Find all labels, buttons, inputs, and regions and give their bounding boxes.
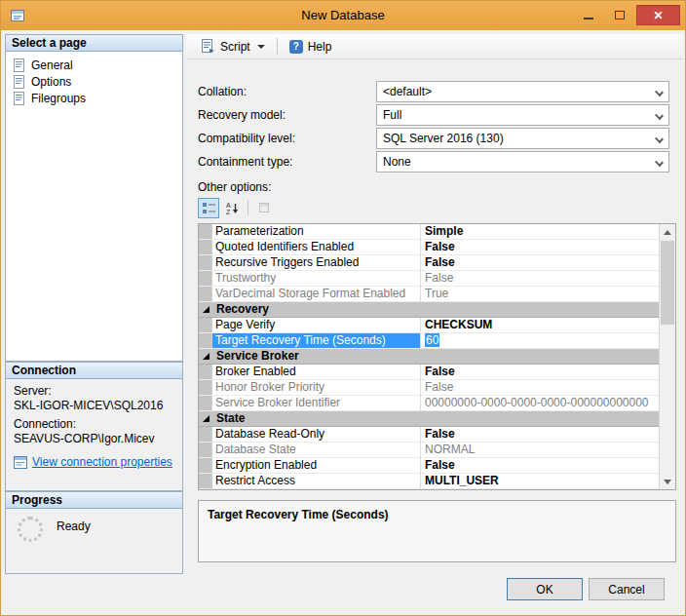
minimize-button[interactable] [574, 5, 602, 25]
property-name[interactable]: Database State [212, 443, 421, 457]
progress-panel: Progress Ready [5, 491, 183, 574]
category-margin [199, 411, 212, 426]
property-name[interactable]: Trustworthy [212, 271, 421, 286]
close-button[interactable]: ✕ [636, 5, 680, 25]
grid-category-service-broker[interactable]: Service Broker [199, 349, 660, 365]
alphabetical-sort-icon: AZ [226, 202, 239, 214]
progress-spinner-icon [18, 517, 43, 542]
property-name[interactable]: VarDecimal Storage Format Enabled [212, 287, 421, 301]
compatibility-level-dropdown[interactable]: SQL Server 2016 (130) [376, 128, 669, 149]
property-name[interactable]: Target Recovery Time (Seconds) [212, 333, 421, 348]
ok-button[interactable]: OK [507, 578, 583, 600]
vertical-scrollbar[interactable] [659, 224, 675, 489]
property-name[interactable]: Quoted Identifiers Enabled [212, 240, 421, 254]
property-name[interactable]: Broker Enabled [212, 365, 421, 379]
grid-row-parameterization[interactable]: ParameterizationSimple [199, 224, 660, 240]
property-value[interactable]: 00000000-0000-0000-0000-000000000000 [421, 396, 660, 410]
close-icon: ✕ [653, 9, 663, 22]
grid-row-target-recovery-time-seconds[interactable]: Target Recovery Time (Seconds)60 [199, 333, 660, 349]
property-value[interactable]: False [421, 255, 660, 270]
property-value[interactable]: True [421, 287, 660, 301]
property-value[interactable]: Simple [421, 224, 660, 239]
property-name[interactable]: Parameterization [212, 224, 421, 239]
collation-dropdown[interactable]: <default> [376, 81, 669, 102]
svg-text:A: A [226, 202, 231, 209]
view-connection-properties-link[interactable]: View connection properties [32, 455, 172, 469]
property-value[interactable]: CHECKSUM [421, 318, 660, 332]
select-page-panel: Select a page General Options Filegroups [5, 34, 183, 362]
alphabetical-sort-button[interactable]: AZ [221, 198, 243, 218]
property-value[interactable]: False [421, 427, 660, 442]
main-toolbar: Script ? Help [186, 34, 683, 59]
property-value[interactable]: False [421, 271, 660, 286]
grid-row-service-broker-identifier[interactable]: Service Broker Identifier00000000-0000-0… [199, 396, 660, 411]
property-value[interactable]: False [421, 240, 660, 254]
page-icon [14, 92, 26, 105]
property-name[interactable]: Encryption Enabled [212, 458, 421, 473]
row-margin [199, 318, 212, 332]
collation-label: Collation: [198, 85, 247, 98]
cancel-button[interactable]: Cancel [589, 578, 665, 600]
row-margin [199, 240, 212, 254]
property-name[interactable]: Honor Broker Priority [212, 380, 421, 395]
grid-row-page-verify[interactable]: Page VerifyCHECKSUM [199, 318, 660, 333]
categorized-button[interactable] [198, 198, 219, 218]
categorized-icon [203, 202, 215, 214]
grid-category-recovery[interactable]: Recovery [199, 302, 660, 318]
help-button[interactable]: ? Help [283, 37, 339, 57]
grid-row-encryption-enabled[interactable]: Encryption EnabledFalse [199, 458, 660, 474]
sidebar-item-options[interactable]: Options [6, 73, 182, 90]
property-value[interactable]: 60 [421, 333, 660, 348]
page-icon [14, 58, 26, 72]
property-pages-button[interactable] [253, 198, 275, 218]
maximize-button[interactable] [605, 5, 633, 25]
sidebar-item-filegroups[interactable]: Filegroups [6, 90, 182, 106]
property-name[interactable]: Restrict Access [212, 474, 421, 488]
category-expanded-icon[interactable] [203, 353, 210, 360]
other-options-label: Other options: [198, 180, 271, 194]
category-expanded-icon[interactable] [203, 306, 210, 313]
server-value: SKL-IGOR-MICEV\SQL2016 [14, 399, 182, 412]
maximize-icon [615, 11, 625, 19]
grid-row-trustworthy[interactable]: TrustworthyFalse [199, 271, 660, 287]
connection-label: Connection: [14, 417, 182, 431]
grid-row-database-read-only[interactable]: Database Read-OnlyFalse [199, 427, 660, 443]
grid-category-state[interactable]: State [199, 411, 660, 427]
grid-row-database-state[interactable]: Database StateNORMAL [199, 443, 660, 458]
property-name[interactable]: Service Broker Identifier [212, 396, 421, 410]
containment-type-dropdown[interactable]: None [376, 151, 669, 173]
grid-row-honor-broker-priority[interactable]: Honor Broker PriorityFalse [199, 380, 660, 396]
containment-type-value: None [383, 155, 411, 169]
grid-row-quoted-identifiers-enabled[interactable]: Quoted Identifiers EnabledFalse [199, 240, 660, 255]
scroll-down-button[interactable] [660, 474, 675, 489]
titlebar[interactable]: New Database ✕ [1, 1, 685, 30]
progress-header: Progress [6, 492, 182, 509]
grid-row-vardecimal-storage-format-enabled[interactable]: VarDecimal Storage Format EnabledTrue [199, 287, 660, 302]
connection-value: SEAVUS-CORP\Igor.Micev [14, 432, 182, 445]
scrollbar-thumb[interactable] [661, 241, 674, 325]
grid-row-broker-enabled[interactable]: Broker EnabledFalse [199, 365, 660, 380]
property-name[interactable]: Recursive Triggers Enabled [212, 255, 421, 270]
script-button[interactable]: Script [194, 36, 272, 57]
property-value[interactable]: MULTI_USER [421, 474, 660, 488]
connection-panel: Connection Server: SKL-IGOR-MICEV\SQL201… [5, 362, 183, 491]
category-label: Recovery [212, 302, 660, 317]
row-margin [199, 396, 212, 410]
minimize-icon [584, 17, 593, 19]
category-label: State [212, 411, 660, 426]
grid-row-restrict-access[interactable]: Restrict AccessMULTI_USER [199, 474, 660, 489]
category-expanded-icon[interactable] [203, 415, 210, 422]
recovery-model-dropdown[interactable]: Full [376, 104, 669, 126]
grid-row-recursive-triggers-enabled[interactable]: Recursive Triggers EnabledFalse [199, 255, 660, 271]
scroll-up-button[interactable] [660, 224, 675, 240]
property-value[interactable]: NORMAL [421, 443, 660, 457]
toolbar-separator [248, 200, 248, 215]
property-value[interactable]: False [421, 458, 660, 473]
property-value[interactable]: False [421, 380, 660, 395]
property-grid: ParameterizationSimpleQuoted Identifiers… [198, 223, 676, 490]
property-value[interactable]: False [421, 365, 660, 379]
property-name[interactable]: Database Read-Only [212, 427, 421, 442]
property-name[interactable]: Page Verify [212, 318, 421, 332]
row-margin [199, 443, 212, 457]
sidebar-item-general[interactable]: General [6, 57, 182, 73]
